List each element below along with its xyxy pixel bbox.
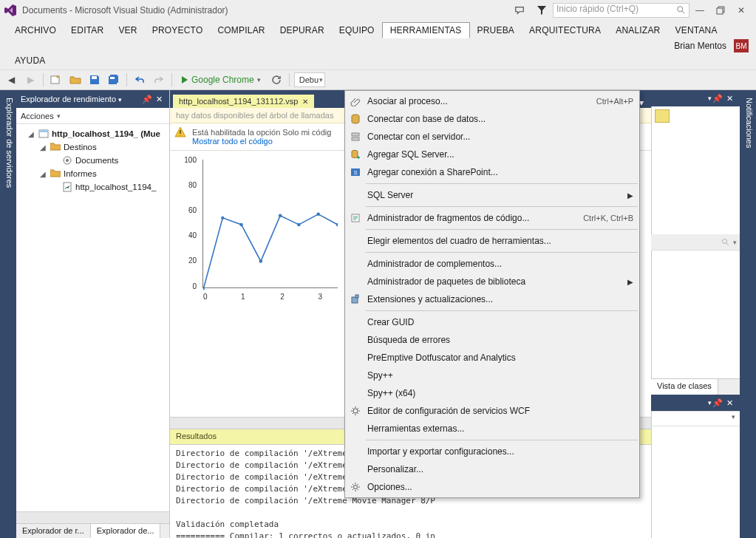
tab-notifications[interactable]: Notificaciones <box>743 90 756 538</box>
tools-menu-item[interactable]: Administrador de paquetes de biblioteca▶ <box>345 273 639 290</box>
tools-menu-item[interactable]: PreEmptive Dotfuscator and Analytics <box>345 349 639 367</box>
menu-herramientas[interactable]: HERRAMIENTAS <box>382 22 470 38</box>
show-all-code-link[interactable]: Mostrar todo el código <box>192 137 273 146</box>
close-tab-icon[interactable]: ✕ <box>302 98 308 106</box>
menu-arquitectura[interactable]: ARQUITECTURA <box>522 23 608 38</box>
tools-menu-item[interactable]: Importar y exportar configuraciones... <box>345 443 639 460</box>
restore-button[interactable] <box>710 3 731 18</box>
pane-title[interactable]: Explorador de rendimiento <box>21 95 122 103</box>
db-icon <box>350 113 361 125</box>
undo-icon[interactable] <box>132 72 148 88</box>
tree-informes[interactable]: ◢Informes <box>19 167 166 180</box>
gear-icon <box>350 405 361 417</box>
notifications-filter-icon[interactable] <box>535 4 548 17</box>
menu-ver[interactable]: VER <box>111 23 144 38</box>
nav-back-button[interactable]: ◀ <box>3 72 19 88</box>
right-lower-combo[interactable]: ▾ <box>652 412 740 426</box>
close-pane-icon[interactable]: ✕ <box>723 398 735 408</box>
tree-root[interactable]: ◢http_localhost_1194_ (Mue <box>19 127 166 140</box>
btab-explorer-de[interactable]: Explorador de... <box>91 524 161 538</box>
pin-icon[interactable]: 📌 <box>712 94 723 103</box>
svg-point-14 <box>279 214 282 217</box>
vs-logo-icon <box>4 4 16 16</box>
menu-analizar[interactable]: ANALIZAR <box>608 23 667 38</box>
svg-point-28 <box>353 409 358 413</box>
menu-ayuda[interactable]: AYUDA <box>7 53 52 68</box>
btab-explorer-r[interactable]: Explorador de r... <box>16 524 91 538</box>
nav-fwd-button[interactable]: ▶ <box>22 72 38 88</box>
pin-icon[interactable]: 📌 <box>712 398 723 408</box>
close-pane-icon[interactable]: ✕ <box>723 94 735 103</box>
tools-menu-item[interactable]: Extensiones y actualizaciones... <box>345 290 639 308</box>
menu-archivo[interactable]: ARCHIVO <box>7 23 64 38</box>
feedback-icon[interactable] <box>513 4 526 17</box>
tools-menu-item[interactable]: Asociar al proceso...Ctrl+Alt+P <box>345 92 639 110</box>
menu-ventana[interactable]: VENTANA <box>667 23 724 38</box>
tab-vista-clases[interactable]: Vista de clases <box>651 379 718 395</box>
tree-documents[interactable]: Documents <box>19 154 166 167</box>
main-toolbar: ◀ ▶ Google Chrome ▾ Debu <box>0 69 756 90</box>
plot-region <box>202 160 338 288</box>
menu-proyecto[interactable]: PROYECTO <box>145 23 211 38</box>
refresh-icon[interactable] <box>268 72 285 88</box>
tab-server-explorer[interactable]: Explorador de servidores <box>3 90 16 538</box>
save-all-icon[interactable] <box>106 72 122 88</box>
user-name[interactable]: Brian Mentos <box>670 38 731 53</box>
performance-explorer-header: Explorador de rendimiento 📌 ✕ <box>16 90 169 108</box>
menu-equipo[interactable]: EQUIPO <box>332 23 382 38</box>
tools-menu-item[interactable]: Personalizar... <box>345 460 639 478</box>
menu-depurar[interactable]: DEPURAR <box>273 23 332 38</box>
ext-icon <box>350 293 361 305</box>
doc-tab-vsp[interactable]: http_localhost_1194_131112.vsp ✕ <box>173 95 314 108</box>
submenu-arrow-icon: ▶ <box>627 278 633 286</box>
menu-compilar[interactable]: COMPILAR <box>210 23 272 38</box>
redo-icon[interactable] <box>151 72 167 88</box>
svg-rect-1 <box>717 8 723 14</box>
quick-launch-input[interactable]: Inicio rápido (Ctrl+Q) <box>553 3 689 18</box>
window-title: Documents - Microsoft Visual Studio (Adm… <box>22 5 228 16</box>
tools-menu-item[interactable]: Spy++ (x64) <box>345 384 639 402</box>
svg-point-0 <box>678 7 683 12</box>
svg-text:S: S <box>354 170 358 175</box>
right-search[interactable]: ▾ <box>651 234 740 251</box>
tree-destinos[interactable]: ◢Destinos <box>19 140 166 154</box>
user-badge[interactable]: BM <box>734 39 749 52</box>
actions-dropdown[interactable]: Acciones▾ <box>16 108 169 124</box>
tools-menu-item[interactable]: Spy++ <box>345 367 639 384</box>
tools-menu-item[interactable]: Administrador de fragmentos de código...… <box>345 209 639 227</box>
tools-menu-item[interactable]: SQL Server▶ <box>345 186 639 204</box>
sqladd-icon <box>350 149 361 160</box>
tools-menu-item[interactable]: Agregar SQL Server... <box>345 146 639 163</box>
svg-point-13 <box>259 259 262 262</box>
tools-menu-item[interactable]: Conectar con el servidor... <box>345 128 639 146</box>
right-lower-header: ▾ 📌 ✕ <box>651 395 740 411</box>
open-icon[interactable] <box>67 72 84 88</box>
tools-menu-item[interactable]: Conectar con base de datos... <box>345 110 639 128</box>
tools-menu-item[interactable]: Búsqueda de errores <box>345 331 639 349</box>
title-bar: Documents - Microsoft Visual Studio (Adm… <box>0 0 756 21</box>
tree-hscroll[interactable] <box>16 511 169 523</box>
tab-toolbox[interactable]: Cuadro de herramientas <box>0 90 3 538</box>
minimize-button[interactable]: — <box>689 3 710 18</box>
close-button[interactable]: ✕ <box>731 3 752 18</box>
tools-menu-item[interactable]: Administrador de complementos... <box>345 255 639 273</box>
menu-prueba[interactable]: PRUEBA <box>470 23 522 38</box>
svg-point-11 <box>221 217 224 219</box>
save-icon[interactable] <box>86 72 103 88</box>
pin-icon[interactable]: 📌 <box>141 95 153 104</box>
tools-menu-item[interactable]: Elegir elementos del cuadro de herramien… <box>345 232 639 250</box>
solution-config-combo[interactable]: Debu <box>294 72 325 87</box>
menu-editar[interactable]: EDITAR <box>64 23 111 38</box>
run-target-label: Google Chrome <box>191 75 254 85</box>
svg-rect-3 <box>92 76 97 79</box>
tools-menu-item[interactable]: Editor de configuración de servicios WCF <box>345 402 639 420</box>
tools-menu-item[interactable]: Herramientas externas... <box>345 420 639 437</box>
tree-report-file[interactable]: http_localhost_1194_ <box>19 180 166 194</box>
start-debug-button[interactable]: Google Chrome ▾ <box>177 72 265 88</box>
folder-glyph-icon <box>655 109 670 123</box>
tools-menu-item[interactable]: SAgregar conexión a SharePoint... <box>345 163 639 181</box>
tools-menu-item[interactable]: Crear GUID <box>345 313 639 331</box>
close-pane-icon[interactable]: ✕ <box>153 95 165 104</box>
new-project-icon[interactable] <box>48 72 64 88</box>
tools-menu-item[interactable]: Opciones... <box>345 478 639 496</box>
